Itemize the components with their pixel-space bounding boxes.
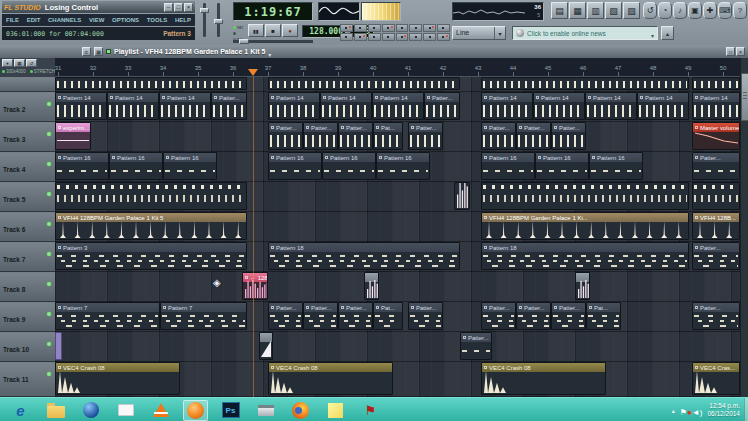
pattern-clip[interactable]: Patter... xyxy=(424,92,460,120)
panel-toggle-icon[interactable] xyxy=(382,24,395,32)
menu-help[interactable]: HELP xyxy=(175,17,191,23)
pattern-clip[interactable] xyxy=(692,182,740,210)
pattern-clip[interactable]: Pat... xyxy=(586,302,621,330)
action-center-flag-icon[interactable]: ⚑ xyxy=(680,408,687,417)
zoom-mode-label[interactable]: 300x4000 xyxy=(2,69,26,74)
menu-view[interactable]: VIEW xyxy=(89,17,104,23)
pattern-clip[interactable]: Pattern 14 xyxy=(533,92,585,120)
pattern-clip[interactable]: Patter... xyxy=(303,122,338,150)
show-hidden-icons-button[interactable] xyxy=(672,407,675,414)
panel-toggle-icon[interactable] xyxy=(423,24,436,32)
track-led[interactable] xyxy=(47,192,51,196)
printer-icon[interactable] xyxy=(253,400,278,421)
audio-clip[interactable] xyxy=(575,272,590,300)
playhead-marker[interactable] xyxy=(248,69,258,76)
pattern-clip[interactable]: Patter... xyxy=(303,302,338,330)
pattern-clip[interactable] xyxy=(481,77,689,90)
time-display[interactable]: 1:19:67 xyxy=(233,2,313,21)
play-pause-button[interactable] xyxy=(248,24,264,37)
pattern-clip[interactable]: Pattern 14 xyxy=(159,92,211,120)
browser-window-button[interactable]: ▧ xyxy=(605,2,622,19)
snap-selector[interactable]: Line xyxy=(452,26,506,40)
track-row[interactable] xyxy=(55,182,740,212)
track-header-track-2[interactable]: Track 2 xyxy=(0,92,55,122)
pattern-clip[interactable]: Pattern 7 xyxy=(55,302,160,330)
pattern-clip[interactable]: Pattern 14 xyxy=(372,92,424,120)
volume-icon[interactable]: ◄) xyxy=(692,408,703,417)
pattern-clip[interactable]: Patter... xyxy=(516,122,551,150)
master-volume-slider[interactable] xyxy=(203,3,206,37)
track-row[interactable]: VEC4 Crash 08VEC4 Crash 08VEC4 Crash 08V… xyxy=(55,362,740,397)
pattern-clip[interactable]: Patter... xyxy=(551,122,586,150)
fl-studio-icon[interactable] xyxy=(183,400,208,421)
pattern-clip[interactable]: Pattern 18 xyxy=(481,242,689,270)
panel-toggle-icon[interactable] xyxy=(437,24,450,32)
track-header-track-6[interactable]: Track 6 xyxy=(0,212,55,242)
playlist-title-bar[interactable]: ≡ ▦ Playlist - VFH4 128BPM Garden Palace… xyxy=(0,45,748,58)
track-led[interactable] xyxy=(47,312,51,316)
undo-button[interactable]: ↺ xyxy=(643,2,657,19)
stop-button[interactable] xyxy=(265,24,281,37)
master-pitch-slider[interactable] xyxy=(217,3,220,37)
track-header-track-10[interactable]: Track 10 xyxy=(0,332,55,362)
hint-panel[interactable]: Click to enable online news xyxy=(512,26,658,40)
audio-clip[interactable]: VFH4 128B... xyxy=(692,212,740,240)
panel-toggle-icon[interactable] xyxy=(423,33,436,41)
minimize-button[interactable] xyxy=(164,3,173,12)
pattern-clip[interactable]: Patter... xyxy=(268,302,303,330)
title-bar[interactable]: FL STUDIO Losing Control xyxy=(2,1,195,13)
pattern-clip[interactable]: Pattern 14 xyxy=(268,92,320,120)
audio-clip[interactable] xyxy=(259,332,273,360)
piano-roll-window-button[interactable]: ▥ xyxy=(587,2,604,19)
audio-clip[interactable]: VEC4 Crash 08 xyxy=(481,362,606,395)
track-row[interactable]: Patter... xyxy=(55,332,740,362)
timeline-ruler[interactable]: 3132333435363738394041424344454647484950 xyxy=(55,58,740,77)
pattern-clip[interactable]: Pattern 16 xyxy=(268,152,322,180)
pattern-clip[interactable]: Patter... xyxy=(692,152,740,180)
vertical-scrollbar[interactable] xyxy=(740,58,748,397)
pattern-clip[interactable] xyxy=(55,182,247,210)
pattern-clip[interactable]: Pattern 16 xyxy=(322,152,376,180)
panel-toggle-icon[interactable] xyxy=(340,24,353,32)
record-button[interactable] xyxy=(282,24,298,37)
explorer-folder-icon[interactable] xyxy=(43,400,68,421)
pattern-clip[interactable]: Pattern 16 xyxy=(163,152,217,180)
pattern-clip[interactable]: Pattern 16 xyxy=(535,152,589,180)
pattern-clip[interactable]: Pattern 14 xyxy=(320,92,372,120)
pattern-clip[interactable]: Pattern 16 xyxy=(376,152,430,180)
track-row[interactable]: VFH4 128BPM Garden Palace 1 Kit 5VFH4 12… xyxy=(55,212,740,242)
audio-clip[interactable]: VEC4 Cras... xyxy=(692,362,740,395)
playlist-menu-button[interactable]: ▾ xyxy=(2,59,13,67)
playlist-window-button[interactable]: ▤ xyxy=(551,2,568,19)
panel-toggle-icon[interactable] xyxy=(409,33,422,41)
playlist-options-button[interactable]: ▦ xyxy=(94,47,103,56)
track-header-track-11[interactable]: Track 11 xyxy=(0,362,55,397)
pattern-clip[interactable]: Pat... xyxy=(373,302,403,330)
audio-clip[interactable]: VFH4 128BPM Garden Palace 1 Ki... xyxy=(481,212,689,240)
track-header-partial[interactable] xyxy=(0,77,55,92)
scrollbar-thumb[interactable] xyxy=(741,73,748,121)
pattern-clip[interactable]: Pattern 16 xyxy=(55,152,109,180)
wait-for-input-button[interactable]: ▣ xyxy=(688,2,702,19)
pattern-clip[interactable]: Pattern 3 xyxy=(55,242,247,270)
documents-icon[interactable] xyxy=(113,400,138,421)
pattern-clip[interactable]: Patter... xyxy=(516,302,551,330)
panel-toggle-icon[interactable] xyxy=(340,33,353,41)
center-playhead-button[interactable]: ↺ xyxy=(26,59,37,67)
pattern-clip[interactable] xyxy=(55,77,247,90)
track-row[interactable]: Pattern 14Pattern 14Pattern 14Patter...P… xyxy=(55,92,740,122)
playlist-grid[interactable]: Pattern 14Pattern 14Pattern 14Patter...P… xyxy=(55,77,740,397)
pattern-clip[interactable]: Pattern 14 xyxy=(55,92,107,120)
panel-toggle-icon[interactable] xyxy=(437,33,450,41)
track-row[interactable]: Pattern 7Pattern 7Patter...Patter...Patt… xyxy=(55,302,740,332)
typing-keyboard-button[interactable]: ⌨ xyxy=(718,2,732,19)
pattern-clip[interactable] xyxy=(692,77,740,90)
pattern-clip[interactable]: Pattern 14 xyxy=(692,92,740,120)
automation-clip[interactable]: Master volume a xyxy=(692,122,740,150)
panel-toggle-icon[interactable] xyxy=(368,24,381,32)
pattern-clip[interactable]: Patter... xyxy=(408,122,443,150)
pattern-clip[interactable]: Pattern 14 xyxy=(637,92,689,120)
track-led[interactable] xyxy=(47,102,51,106)
track-header-track-5[interactable]: Track 5 xyxy=(0,182,55,212)
panel-toggle-icon[interactable] xyxy=(354,24,367,32)
